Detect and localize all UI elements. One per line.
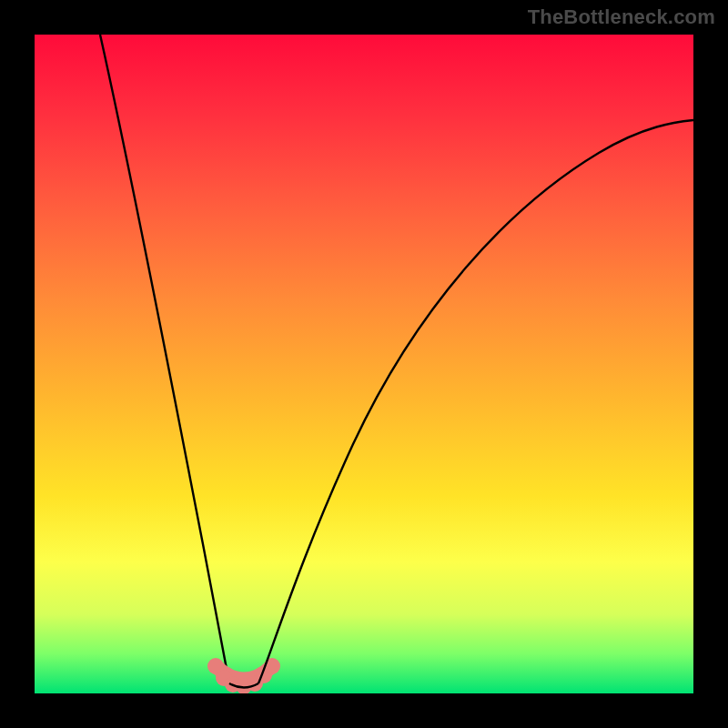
watermark-text: TheBottleneck.com [528, 5, 715, 29]
curve-left-arm [100, 35, 229, 683]
chart-svg [35, 35, 693, 693]
chart-frame: TheBottleneck.com [0, 0, 728, 728]
curve-right-arm [258, 120, 693, 683]
plot-area [35, 35, 693, 693]
